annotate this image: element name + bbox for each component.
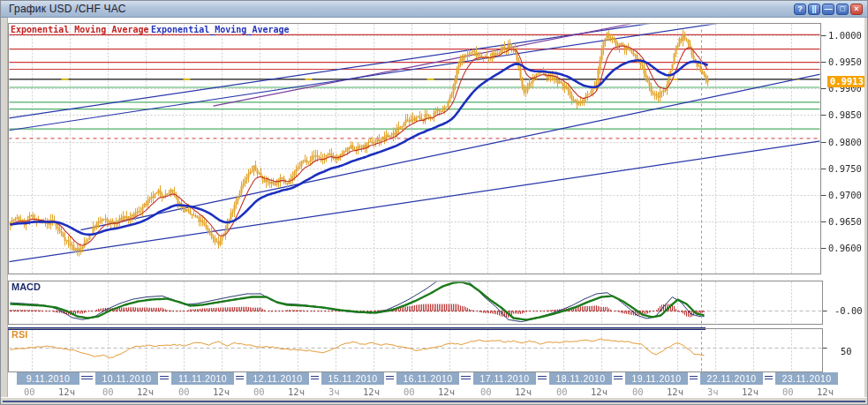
title-bar[interactable]: График USD /CHF ЧАС [1,1,867,18]
time-label: 12ч [591,386,608,397]
time-label: 00 [178,386,190,397]
maximize-button[interactable]: □ [836,4,849,15]
price-tick-label: 0.9950 [828,56,862,67]
date-separator [386,376,394,379]
date-separator [614,376,623,379]
date-badge: 19.11.2010 [625,372,688,385]
date-separator [236,376,244,379]
date-badge: 12.11.2010 [246,372,309,385]
time-label: 12ч [213,386,230,397]
price-tick-label: 0.9700 [828,190,862,200]
time-label: 00 [404,386,415,397]
date-separator [81,376,93,379]
price-tick-label: 0.9650 [828,216,862,227]
time-label: 12ч [742,386,759,397]
macd-axis-value: -0.00 [834,305,863,316]
time-label: 12ч [58,386,75,397]
date-badge: 17.11.2010 [473,372,536,385]
time-label: 12ч [137,386,154,397]
rsi-axis-value: 50 [841,346,852,356]
minimize-button[interactable]: — [822,4,834,15]
date-separator [160,376,169,379]
date-separator [311,376,319,379]
date-separator [690,376,698,379]
time-label: 12ч [363,386,380,397]
maximize-icon: □ [840,4,844,13]
time-label: 00 [102,386,114,397]
window-buttons: ?||—□× [794,4,863,15]
time-label: 00 [782,386,794,397]
legend-ema-fast[interactable]: Exponential_Moving_Average [11,25,149,34]
close-button[interactable]: × [850,4,863,15]
date-badge: 22.11.2010 [700,372,763,385]
time-label: 12ч [515,386,532,397]
date-badge: 10.11.2010 [95,372,158,385]
date-separator [765,376,773,379]
time-label: 00 [253,386,265,397]
price-tick-label: 0.9850 [828,109,862,120]
date-badge: 9.11.2010 [17,372,79,385]
time-label: 00 [480,386,492,397]
price-tick-label: 0.9600 [828,243,862,253]
window-title: График USD /CHF ЧАС [9,3,126,15]
bottom-scrollbar[interactable] [1,397,867,405]
close-icon: × [854,4,858,13]
macd-label: MACD [11,281,41,292]
help-button[interactable]: ? [794,4,806,15]
date-badge: 11.11.2010 [171,372,234,385]
chart-window[interactable]: График USD /CHF ЧАС ?||—□× Exponential_M… [0,0,868,405]
date-separator [461,376,471,379]
time-label: 12ч [817,386,834,397]
price-tick-label: 1.0000 [828,30,862,41]
date-badge: 16.11.2010 [396,372,459,385]
pause-button[interactable]: || [808,4,820,15]
time-label: 12ч [438,386,455,397]
time-label: 00 [556,386,568,397]
time-label: 3ч [328,386,340,397]
rsi-label: RSI [11,329,27,340]
price-tick-label: 0.9800 [828,137,862,147]
date-badge: 18.11.2010 [549,372,612,385]
time-label: 12ч [288,386,305,397]
pause-icon: || [811,4,816,13]
chart-canvas[interactable] [1,1,868,405]
last-price-badge: 0.9913 [827,76,866,87]
scrollbar-thumb[interactable] [3,401,865,402]
time-label: 00 [24,386,35,397]
time-label: 12ч [667,386,683,397]
time-label: 3ч [707,386,719,397]
right-gutter [864,18,867,404]
date-badge: 15.11.2010 [321,372,384,385]
minimize-icon: — [825,4,833,13]
date-badge: 23.11.2010 [775,372,838,385]
legend-ema-slow[interactable]: Exponential_Moving_Average [151,25,290,34]
date-separator [538,376,547,379]
left-gutter [1,18,8,404]
time-label: 00 [632,386,644,397]
price-tick-label: 0.9750 [828,163,862,174]
question-icon: ? [797,4,803,13]
